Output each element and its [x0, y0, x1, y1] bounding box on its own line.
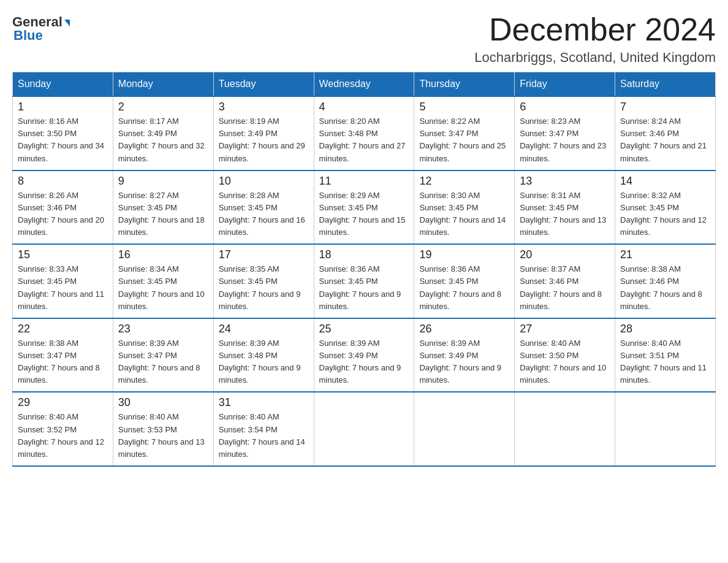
calendar-week-row: 15Sunrise: 8:33 AMSunset: 3:45 PMDayligh… — [13, 244, 716, 318]
day-number: 13 — [520, 175, 610, 188]
calendar-day-cell: 27Sunrise: 8:40 AMSunset: 3:50 PMDayligh… — [515, 318, 615, 393]
day-info: Sunrise: 8:34 AMSunset: 3:45 PMDaylight:… — [118, 263, 208, 313]
calendar-day-cell: 12Sunrise: 8:30 AMSunset: 3:45 PMDayligh… — [414, 170, 515, 245]
calendar-day-cell: 1Sunrise: 8:16 AMSunset: 3:50 PMDaylight… — [13, 96, 113, 170]
day-of-week-header: Wednesday — [314, 72, 414, 97]
calendar-day-cell: 2Sunrise: 8:17 AMSunset: 3:49 PMDaylight… — [113, 96, 213, 170]
calendar-day-cell: 16Sunrise: 8:34 AMSunset: 3:45 PMDayligh… — [113, 244, 213, 318]
day-info: Sunrise: 8:40 AMSunset: 3:51 PMDaylight:… — [620, 337, 710, 387]
calendar-day-cell — [515, 392, 615, 466]
day-number: 10 — [219, 175, 309, 188]
day-info: Sunrise: 8:17 AMSunset: 3:49 PMDaylight:… — [118, 115, 208, 165]
day-number: 31 — [219, 396, 309, 409]
day-number: 11 — [319, 175, 409, 188]
calendar-day-cell — [615, 392, 716, 466]
title-block: December 2024 Locharbriggs, Scotland, Un… — [474, 12, 716, 66]
day-info: Sunrise: 8:39 AMSunset: 3:49 PMDaylight:… — [419, 337, 509, 387]
day-info: Sunrise: 8:37 AMSunset: 3:46 PMDaylight:… — [520, 263, 610, 313]
calendar-day-cell: 11Sunrise: 8:29 AMSunset: 3:45 PMDayligh… — [314, 170, 414, 245]
calendar-day-cell: 23Sunrise: 8:39 AMSunset: 3:47 PMDayligh… — [113, 318, 213, 393]
calendar-day-cell: 5Sunrise: 8:22 AMSunset: 3:47 PMDaylight… — [414, 96, 515, 170]
day-number: 2 — [118, 101, 208, 113]
calendar-day-cell: 3Sunrise: 8:19 AMSunset: 3:49 PMDaylight… — [213, 96, 314, 170]
day-number: 22 — [18, 323, 108, 335]
day-number: 8 — [18, 175, 108, 188]
day-number: 21 — [620, 248, 710, 261]
calendar-day-cell: 6Sunrise: 8:23 AMSunset: 3:47 PMDaylight… — [515, 96, 615, 170]
calendar-day-cell — [314, 392, 414, 466]
day-number: 14 — [620, 175, 710, 188]
day-info: Sunrise: 8:39 AMSunset: 3:48 PMDaylight:… — [219, 337, 309, 387]
calendar-day-cell: 14Sunrise: 8:32 AMSunset: 3:45 PMDayligh… — [615, 170, 716, 245]
day-number: 25 — [319, 323, 409, 335]
location-title: Locharbriggs, Scotland, United Kingdom — [474, 50, 716, 66]
day-info: Sunrise: 8:20 AMSunset: 3:48 PMDaylight:… — [319, 115, 409, 165]
calendar-week-row: 1Sunrise: 8:16 AMSunset: 3:50 PMDaylight… — [13, 96, 716, 170]
calendar-day-cell — [414, 392, 515, 466]
day-of-week-header: Monday — [113, 72, 213, 97]
calendar-day-cell: 21Sunrise: 8:38 AMSunset: 3:46 PMDayligh… — [615, 244, 716, 318]
day-info: Sunrise: 8:40 AMSunset: 3:50 PMDaylight:… — [520, 337, 610, 387]
page-header: General Blue December 2024 Locharbriggs,… — [12, 12, 716, 66]
day-number: 1 — [18, 101, 108, 113]
day-number: 6 — [520, 101, 610, 113]
calendar-day-cell: 18Sunrise: 8:36 AMSunset: 3:45 PMDayligh… — [314, 244, 414, 318]
calendar-day-cell: 4Sunrise: 8:20 AMSunset: 3:48 PMDaylight… — [314, 96, 414, 170]
day-number: 26 — [419, 323, 509, 335]
calendar-week-row: 29Sunrise: 8:40 AMSunset: 3:52 PMDayligh… — [13, 392, 716, 466]
month-title: December 2024 — [474, 12, 716, 47]
day-info: Sunrise: 8:39 AMSunset: 3:47 PMDaylight:… — [118, 337, 208, 387]
calendar-day-cell: 15Sunrise: 8:33 AMSunset: 3:45 PMDayligh… — [13, 244, 113, 318]
calendar-table: SundayMondayTuesdayWednesdayThursdayFrid… — [12, 72, 716, 467]
day-of-week-header: Thursday — [414, 72, 515, 97]
day-number: 4 — [319, 101, 409, 113]
day-number: 20 — [520, 248, 610, 261]
calendar-day-cell: 26Sunrise: 8:39 AMSunset: 3:49 PMDayligh… — [414, 318, 515, 393]
calendar-day-cell: 31Sunrise: 8:40 AMSunset: 3:54 PMDayligh… — [213, 392, 314, 466]
day-info: Sunrise: 8:35 AMSunset: 3:45 PMDaylight:… — [219, 263, 309, 313]
day-number: 12 — [419, 175, 509, 188]
calendar-day-cell: 9Sunrise: 8:27 AMSunset: 3:45 PMDaylight… — [113, 170, 213, 245]
day-info: Sunrise: 8:38 AMSunset: 3:47 PMDaylight:… — [18, 337, 108, 387]
day-info: Sunrise: 8:31 AMSunset: 3:45 PMDaylight:… — [520, 190, 610, 239]
day-number: 9 — [118, 175, 208, 188]
day-info: Sunrise: 8:40 AMSunset: 3:54 PMDaylight:… — [219, 411, 309, 461]
day-info: Sunrise: 8:33 AMSunset: 3:45 PMDaylight:… — [18, 263, 108, 313]
calendar-day-cell: 25Sunrise: 8:39 AMSunset: 3:49 PMDayligh… — [314, 318, 414, 393]
day-number: 23 — [118, 323, 208, 335]
day-info: Sunrise: 8:22 AMSunset: 3:47 PMDaylight:… — [419, 115, 509, 165]
day-number: 29 — [18, 396, 108, 409]
calendar-day-cell: 24Sunrise: 8:39 AMSunset: 3:48 PMDayligh… — [213, 318, 314, 393]
calendar-week-row: 8Sunrise: 8:26 AMSunset: 3:46 PMDaylight… — [13, 170, 716, 245]
day-of-week-header: Tuesday — [213, 72, 314, 97]
day-info: Sunrise: 8:16 AMSunset: 3:50 PMDaylight:… — [18, 115, 108, 165]
day-of-week-header: Sunday — [13, 72, 113, 97]
calendar-day-cell: 29Sunrise: 8:40 AMSunset: 3:52 PMDayligh… — [13, 392, 113, 466]
calendar-week-row: 22Sunrise: 8:38 AMSunset: 3:47 PMDayligh… — [13, 318, 716, 393]
day-of-week-header: Friday — [515, 72, 615, 97]
day-info: Sunrise: 8:40 AMSunset: 3:53 PMDaylight:… — [118, 411, 208, 461]
calendar-day-cell: 13Sunrise: 8:31 AMSunset: 3:45 PMDayligh… — [515, 170, 615, 245]
logo: General Blue — [12, 12, 70, 44]
calendar-day-cell: 28Sunrise: 8:40 AMSunset: 3:51 PMDayligh… — [615, 318, 716, 393]
day-info: Sunrise: 8:36 AMSunset: 3:45 PMDaylight:… — [419, 263, 509, 313]
day-number: 16 — [118, 248, 208, 261]
day-number: 3 — [219, 101, 309, 113]
day-info: Sunrise: 8:40 AMSunset: 3:52 PMDaylight:… — [18, 411, 108, 461]
day-info: Sunrise: 8:29 AMSunset: 3:45 PMDaylight:… — [319, 190, 409, 239]
day-info: Sunrise: 8:27 AMSunset: 3:45 PMDaylight:… — [118, 190, 208, 239]
day-info: Sunrise: 8:19 AMSunset: 3:49 PMDaylight:… — [219, 115, 309, 165]
day-info: Sunrise: 8:36 AMSunset: 3:45 PMDaylight:… — [319, 263, 409, 313]
day-number: 17 — [219, 248, 309, 261]
calendar-day-cell: 17Sunrise: 8:35 AMSunset: 3:45 PMDayligh… — [213, 244, 314, 318]
day-number: 5 — [419, 101, 509, 113]
day-info: Sunrise: 8:30 AMSunset: 3:45 PMDaylight:… — [419, 190, 509, 239]
day-number: 28 — [620, 323, 710, 335]
day-number: 7 — [620, 101, 710, 113]
logo-top: General — [12, 15, 70, 29]
day-info: Sunrise: 8:23 AMSunset: 3:47 PMDaylight:… — [520, 115, 610, 165]
day-info: Sunrise: 8:38 AMSunset: 3:46 PMDaylight:… — [620, 263, 710, 313]
day-of-week-header: Saturday — [615, 72, 716, 97]
day-number: 27 — [520, 323, 610, 335]
day-number: 18 — [319, 248, 409, 261]
